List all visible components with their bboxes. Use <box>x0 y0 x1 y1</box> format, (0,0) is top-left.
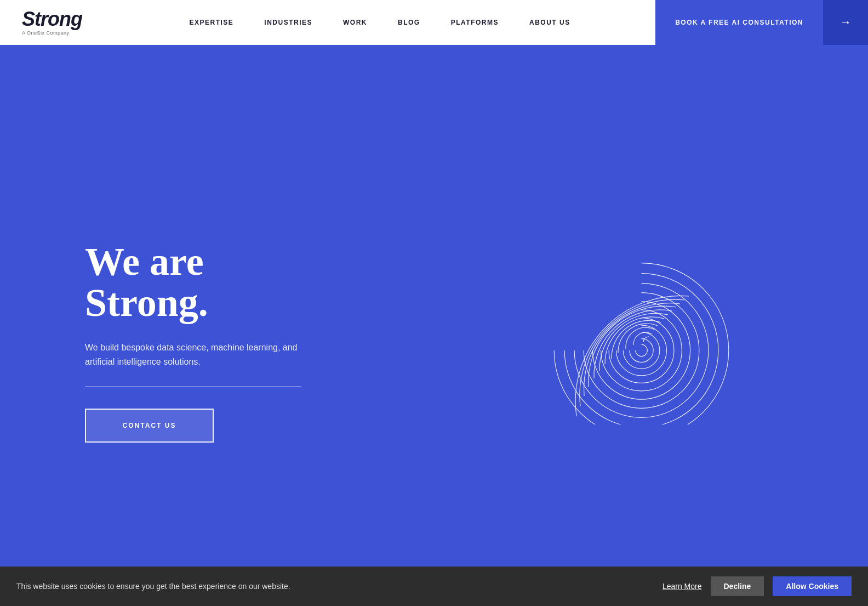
hero-section: We are Strong. We build bespoke data sci… <box>0 45 868 606</box>
nav-item-industries[interactable]: INDUSTRIES <box>249 19 328 26</box>
cta-arrow-button[interactable]: → <box>823 0 868 45</box>
nav-item-about-us[interactable]: ABOUT US <box>514 19 586 26</box>
hero-description: We build bespoke data science, machine l… <box>85 341 329 369</box>
cookie-learn-more-link[interactable]: Learn More <box>663 582 702 591</box>
spiral-overlay-svg <box>550 227 747 424</box>
hero-description-line2: artificial intelligence solutions. <box>85 357 201 366</box>
hero-content: We are Strong. We build bespoke data sci… <box>0 208 329 443</box>
book-consultation-button[interactable]: BOOK A FREE AI CONSULTATION <box>655 0 823 45</box>
cookie-message: This website uses cookies to ensure you … <box>16 582 654 591</box>
hero-description-line1: We build bespoke data science, machine l… <box>85 343 298 352</box>
cookie-decline-button[interactable]: Decline <box>711 576 764 596</box>
cookie-banner: This website uses cookies to ensure you … <box>0 567 868 606</box>
nav-item-blog[interactable]: BLOG <box>382 19 436 26</box>
arrow-right-icon: → <box>840 15 852 30</box>
nav-item-expertise[interactable]: EXPERTISE <box>174 19 249 26</box>
hero-title: We are Strong. <box>85 241 329 324</box>
nav-item-work[interactable]: WORK <box>328 19 382 26</box>
logo-name: Strong <box>22 8 82 30</box>
spiral-graphic <box>550 227 747 424</box>
main-nav: EXPERTISE INDUSTRIES WORK BLOG PLATFORMS… <box>104 19 655 26</box>
cta-label: BOOK A FREE AI CONSULTATION <box>675 19 803 26</box>
cookie-allow-button[interactable]: Allow Cookies <box>773 576 852 596</box>
cta-area: BOOK A FREE AI CONSULTATION → <box>655 0 868 45</box>
site-header: Strong A OneSix Company EXPERTISE INDUST… <box>0 0 868 45</box>
logo[interactable]: Strong A OneSix Company <box>0 9 104 36</box>
contact-us-button[interactable]: CONTACT US <box>85 409 214 443</box>
nav-item-platforms[interactable]: PLATFORMS <box>436 19 514 26</box>
hero-divider <box>85 386 301 387</box>
logo-subtitle: A OneSix Company <box>22 30 82 36</box>
contact-us-label: CONTACT US <box>123 422 176 429</box>
